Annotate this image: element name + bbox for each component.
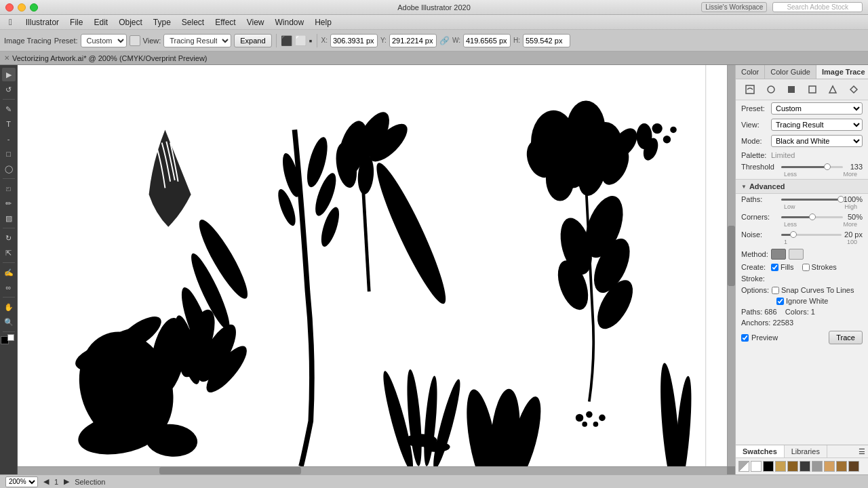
view-select[interactable]: Tracing Result xyxy=(163,34,231,47)
paths-track[interactable] xyxy=(781,199,841,201)
arrow-right-icon[interactable]: ▶ xyxy=(64,477,69,486)
svg-point-33 xyxy=(652,123,662,134)
close-button[interactable] xyxy=(5,3,14,12)
corners-track[interactable] xyxy=(781,216,843,218)
preset-row-select[interactable]: Custom xyxy=(771,102,863,115)
menu-help[interactable]: Help xyxy=(310,16,336,28)
tab-color[interactable]: Color xyxy=(736,65,765,79)
menu-select[interactable]: Select xyxy=(177,16,209,28)
mode-row-select[interactable]: Black and White xyxy=(771,135,863,147)
threshold-track[interactable] xyxy=(781,166,843,168)
preview-checkbox[interactable] xyxy=(741,334,749,342)
expand-button[interactable]: Expand xyxy=(234,34,271,47)
preset-row-label: Preset: xyxy=(741,104,768,113)
scrollbar-thumb-v[interactable] xyxy=(728,226,735,286)
arrow-left-icon[interactable]: ◀ xyxy=(43,477,49,486)
vertical-scrollbar[interactable] xyxy=(727,65,735,466)
swatch-brown-3[interactable] xyxy=(848,461,859,472)
swatch-none[interactable] xyxy=(738,461,749,472)
apple-menu[interactable]:  xyxy=(4,16,17,28)
trace-icon-1[interactable] xyxy=(743,82,757,97)
eyedropper-tool[interactable]: ✍ xyxy=(2,266,16,279)
rect-tool[interactable]: □ xyxy=(2,147,16,161)
maximize-button[interactable] xyxy=(30,3,38,12)
method-btn-1[interactable] xyxy=(771,249,786,260)
menu-type[interactable]: Type xyxy=(149,16,176,28)
menu-object[interactable]: Object xyxy=(114,16,147,28)
h-input[interactable] xyxy=(523,34,570,47)
swatch-black[interactable] xyxy=(763,461,774,472)
create-checkboxes: Fills Strokes xyxy=(771,263,837,271)
rotate-tool[interactable]: ↻ xyxy=(2,231,16,245)
strokes-checkbox[interactable] xyxy=(802,264,810,271)
align-left-icon[interactable]: ⬛ xyxy=(281,35,292,46)
zoom-select[interactable]: 200% xyxy=(5,476,38,487)
ignore-white-checkbox[interactable] xyxy=(776,298,784,305)
zoom-tool[interactable]: 🔍 xyxy=(2,315,16,329)
pencil-tool[interactable]: ✏ xyxy=(2,197,16,210)
y-input[interactable] xyxy=(389,34,437,47)
scale-tool[interactable]: ⇱ xyxy=(2,246,16,260)
stroke-swatch[interactable] xyxy=(7,334,14,341)
swatch-white[interactable] xyxy=(751,461,762,472)
method-btn-2[interactable] xyxy=(789,249,804,260)
search-bar[interactable]: Search Adobe Stock xyxy=(772,2,863,12)
trace-icon-3[interactable] xyxy=(784,82,799,97)
align-right-icon[interactable]: ▪ xyxy=(309,35,313,46)
minimize-button[interactable] xyxy=(18,3,26,12)
threshold-thumb[interactable] xyxy=(824,163,831,170)
direct-selection-tool[interactable]: ↺ xyxy=(2,83,16,96)
selection-tool[interactable]: ▶ xyxy=(2,68,16,81)
trace-icon-4[interactable] xyxy=(805,82,820,97)
tab-libraries[interactable]: Libraries xyxy=(785,445,827,458)
swatches-menu-icon[interactable]: ☰ xyxy=(859,447,865,456)
noise-track[interactable] xyxy=(781,234,842,236)
workspace-selector[interactable]: Lissie's Workspace xyxy=(701,2,767,12)
ellipse-tool[interactable]: ◯ xyxy=(2,162,16,176)
link-icon[interactable]: 🔗 xyxy=(439,36,450,45)
menu-file[interactable]: File xyxy=(65,16,87,28)
canvas-area[interactable] xyxy=(18,65,735,474)
doc-tab-close[interactable]: ✕ xyxy=(4,54,9,62)
menu-effect[interactable]: Effect xyxy=(210,16,240,28)
advanced-section-header[interactable]: ▼ Advanced xyxy=(736,179,868,194)
tab-image-trace[interactable]: Image Trace xyxy=(816,65,868,79)
doc-tab-label[interactable]: Vectorizing Artwork.ai* @ 200% (CMYK/Ove… xyxy=(12,54,207,62)
scrollbar-thumb-h[interactable] xyxy=(159,467,301,474)
paths-thumb[interactable] xyxy=(837,196,844,203)
swatch-gold-2[interactable] xyxy=(824,461,835,472)
preset-select[interactable]: Custom xyxy=(81,34,127,47)
swatch-brown-2[interactable] xyxy=(836,461,847,472)
menu-window[interactable]: Window xyxy=(270,16,309,28)
swatch-gold-1[interactable] xyxy=(775,461,786,472)
trace-icon-2[interactable] xyxy=(764,82,778,97)
type-tool[interactable]: T xyxy=(2,117,16,131)
trace-icon-5[interactable] xyxy=(825,82,840,97)
corners-thumb[interactable] xyxy=(809,214,816,220)
align-center-icon[interactable]: ⬜ xyxy=(295,35,307,46)
hand-tool[interactable]: ✋ xyxy=(2,300,16,314)
fills-checkbox[interactable] xyxy=(771,264,778,271)
tab-color-guide[interactable]: Color Guide xyxy=(765,65,816,79)
pen-tool[interactable]: ✎ xyxy=(2,102,16,116)
brush-tool[interactable]: ⏍ xyxy=(2,182,16,195)
swatch-gray-1[interactable] xyxy=(812,461,823,472)
trace-icon-6[interactable] xyxy=(846,82,861,97)
snap-curves-checkbox[interactable] xyxy=(772,287,779,294)
tool-sep-3 xyxy=(3,228,15,228)
view-row-select[interactable]: Tracing Result xyxy=(771,119,863,131)
swatch-brown-1[interactable] xyxy=(787,461,798,472)
menu-edit[interactable]: Edit xyxy=(89,16,113,28)
tab-swatches[interactable]: Swatches xyxy=(736,445,785,458)
menu-illustrator[interactable]: Illustrator xyxy=(21,16,64,28)
noise-thumb[interactable] xyxy=(790,231,797,238)
x-input[interactable] xyxy=(330,34,378,47)
trace-button[interactable]: Trace xyxy=(829,331,863,344)
menu-view[interactable]: View xyxy=(242,16,269,28)
w-input[interactable] xyxy=(463,34,511,47)
swatch-dark[interactable] xyxy=(800,461,810,472)
erase-tool[interactable]: ▧ xyxy=(2,211,16,225)
line-tool[interactable]: ‐ xyxy=(2,132,16,146)
horizontal-scrollbar[interactable] xyxy=(18,466,727,474)
blend-tool[interactable]: ∞ xyxy=(2,281,16,294)
